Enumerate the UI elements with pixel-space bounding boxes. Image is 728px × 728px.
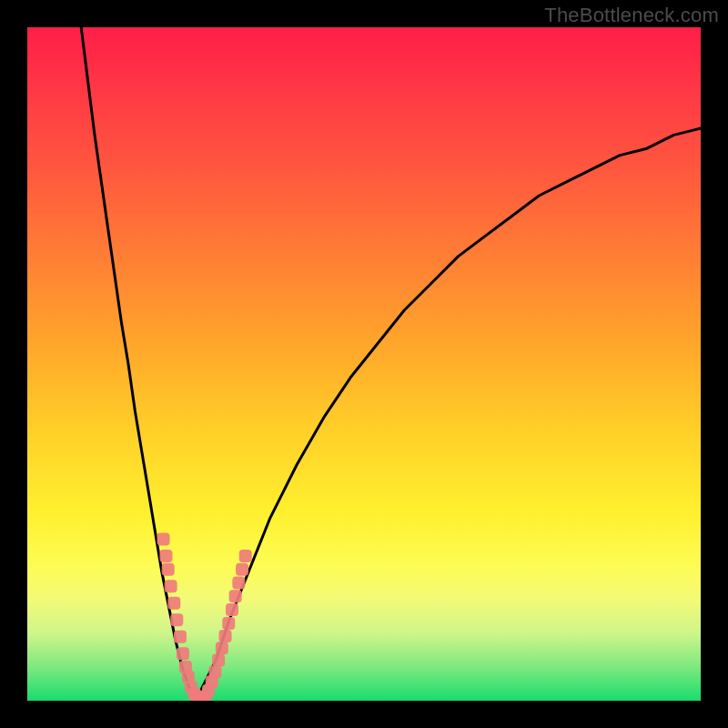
data-marker <box>232 577 245 590</box>
data-marker <box>229 590 242 602</box>
data-marker <box>170 613 183 626</box>
data-marker <box>212 654 225 667</box>
data-marker <box>208 665 221 678</box>
data-marker <box>174 631 187 643</box>
data-marker <box>165 580 177 592</box>
chart-overlay <box>27 27 701 701</box>
curve-right-branch <box>196 128 701 701</box>
plot-area <box>27 27 701 701</box>
data-marker <box>216 642 228 654</box>
data-marker <box>222 617 235 630</box>
watermark-text: TheBottleneck.com <box>544 4 719 27</box>
data-marker <box>157 532 169 545</box>
chart-frame: TheBottleneck.com <box>0 0 728 728</box>
data-marker <box>162 563 175 576</box>
data-marker <box>167 597 180 610</box>
data-marker <box>219 630 232 642</box>
marker-layer <box>157 532 251 701</box>
data-marker <box>159 550 172 562</box>
data-marker <box>177 647 189 660</box>
data-marker <box>226 603 238 616</box>
data-marker <box>236 563 248 576</box>
data-marker <box>239 550 252 562</box>
